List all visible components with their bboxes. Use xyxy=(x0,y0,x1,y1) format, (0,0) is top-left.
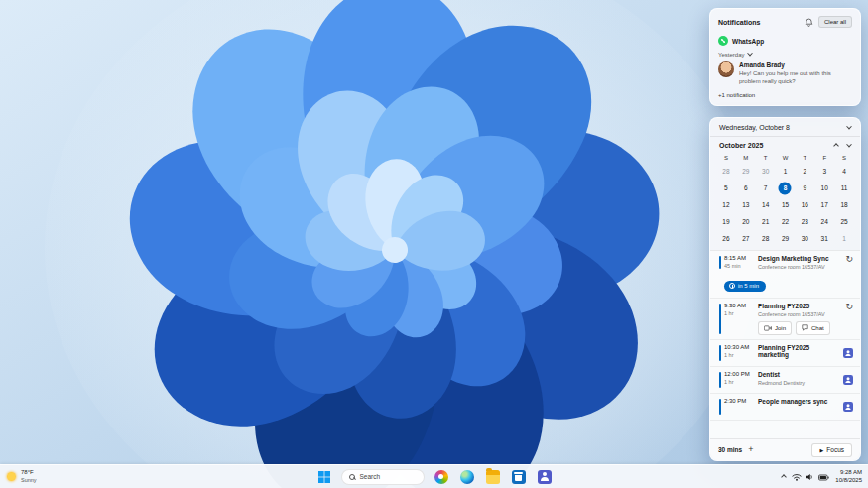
agenda-event[interactable]: 9:30 AM 1 hr Planning FY2025 Conference … xyxy=(710,299,860,340)
notification-app-group[interactable]: WhatsApp xyxy=(718,36,852,46)
calendar-day[interactable]: 30 xyxy=(795,230,814,247)
agenda-event[interactable]: 8:15 AM 45 min Design Marketing Sync Con… xyxy=(710,251,860,299)
file-explorer-app-icon[interactable] xyxy=(484,468,502,486)
taskbar-search[interactable]: Search xyxy=(341,469,425,485)
calendar-day[interactable]: 22 xyxy=(776,213,796,230)
sync-icon[interactable]: ↻ xyxy=(845,255,853,264)
notifications-title: Notifications xyxy=(718,19,760,26)
day-of-week-label: W xyxy=(776,152,796,163)
photos-app-icon[interactable] xyxy=(433,468,450,486)
sync-icon[interactable]: ↻ xyxy=(845,303,853,311)
chevron-down-icon xyxy=(846,123,852,129)
agenda-list: 8:15 AM 45 min Design Marketing Sync Con… xyxy=(710,250,860,438)
clock-date: 10/8/2025 xyxy=(835,477,862,485)
focus-button[interactable]: ▶ Focus xyxy=(811,443,852,457)
teams-icon[interactable] xyxy=(843,398,853,416)
starts-in-badge[interactable]: in 5 min xyxy=(724,281,766,292)
event-location: Conference room 16537/AV xyxy=(758,311,838,317)
calendar-day[interactable]: 20 xyxy=(736,213,756,230)
next-month-button[interactable] xyxy=(847,144,851,148)
calendar-day[interactable]: 28 xyxy=(716,163,736,180)
calendar-day[interactable]: 18 xyxy=(834,196,854,213)
quick-settings-button[interactable] xyxy=(792,469,829,484)
system-tray: 9:28 AM 10/8/2025 xyxy=(782,469,862,485)
chat-button[interactable]: Chat xyxy=(796,321,830,335)
day-of-week-label: T xyxy=(756,152,776,163)
calendar-day[interactable]: 28 xyxy=(756,230,776,247)
notification-group-label[interactable]: Yesterday xyxy=(718,52,852,58)
calendar-day[interactable]: 31 xyxy=(814,230,834,247)
taskbar-center: Search xyxy=(315,468,554,486)
calendar-day[interactable]: 4 xyxy=(834,163,854,180)
agenda-event[interactable]: 12:00 PM 1 hr Dentist Redmond Dentistry xyxy=(710,367,860,394)
notification-message: Hey! Can you help me out with this probl… xyxy=(739,69,852,86)
calendar-day[interactable]: 9 xyxy=(795,180,814,196)
focus-duration-label[interactable]: 30 mins xyxy=(718,446,742,453)
teams-app-icon[interactable] xyxy=(536,468,554,486)
more-notifications-link[interactable]: +1 notification xyxy=(718,92,852,98)
weather-sun-icon xyxy=(7,472,16,481)
calendar-day[interactable]: 10 xyxy=(814,180,834,196)
weather-widget[interactable]: 78°F Sunny xyxy=(7,469,37,483)
calendar-day[interactable]: 25 xyxy=(834,213,854,230)
calendar-day[interactable]: 3 xyxy=(814,163,834,180)
clear-all-button[interactable]: Clear all xyxy=(818,16,852,28)
search-placeholder: Search xyxy=(360,473,381,480)
calendar-day[interactable]: 19 xyxy=(716,213,736,230)
calendar-day[interactable]: 7 xyxy=(756,180,776,196)
calendar-day[interactable]: 6 xyxy=(736,180,756,196)
camera-icon xyxy=(764,325,772,332)
calendar-flyout: Wednesday, October 8 October 2025 S M T … xyxy=(709,117,861,461)
calendar-day[interactable]: 26 xyxy=(716,230,736,247)
calendar-day[interactable]: 13 xyxy=(736,196,756,213)
calendar-day[interactable]: 14 xyxy=(756,196,776,213)
calendar-day[interactable]: 1 xyxy=(834,230,854,247)
edge-app-icon[interactable] xyxy=(458,468,476,486)
agenda-event[interactable]: 10:30 AM 1 hr Planning FY2025 marketing xyxy=(710,340,860,367)
calendar-day[interactable]: 17 xyxy=(814,196,834,213)
calendar-day[interactable]: 8 xyxy=(776,180,796,196)
taskbar-clock[interactable]: 9:28 AM 10/8/2025 xyxy=(835,469,862,485)
event-location: Conference room 16537/AV xyxy=(758,264,838,270)
calendar-day[interactable]: 11 xyxy=(834,180,854,196)
calendar-day[interactable]: 27 xyxy=(736,230,756,247)
event-title: Planning FY2025 marketing xyxy=(758,344,836,358)
store-app-icon[interactable] xyxy=(510,468,528,486)
calendar-day[interactable]: 29 xyxy=(776,230,796,247)
calendar-day[interactable]: 23 xyxy=(795,213,814,230)
join-button[interactable]: Join xyxy=(758,321,792,335)
calendar-day[interactable]: 5 xyxy=(716,180,736,196)
start-button[interactable] xyxy=(315,468,333,486)
increase-duration-button[interactable]: + xyxy=(748,445,753,454)
clock-icon xyxy=(729,283,735,289)
notification-center: Notifications Clear all WhatsApp Yesterd… xyxy=(709,8,861,106)
calendar-day[interactable]: 21 xyxy=(756,213,776,230)
badge-row: in 5 min xyxy=(724,275,853,293)
notification-item[interactable]: Amanda Brady Hey! Can you help me out wi… xyxy=(718,61,852,86)
calendar-day[interactable]: 2 xyxy=(795,163,814,180)
show-hidden-icons-button[interactable] xyxy=(782,475,786,479)
calendar-day[interactable]: 30 xyxy=(756,163,776,180)
calendar-day[interactable]: 15 xyxy=(776,196,796,213)
day-of-week-label: M xyxy=(736,152,756,163)
calendar-day[interactable]: 16 xyxy=(795,196,814,213)
do-not-disturb-bell-icon[interactable] xyxy=(805,18,813,27)
collapse-calendar-button[interactable] xyxy=(847,126,851,130)
calendar-day[interactable]: 12 xyxy=(716,196,736,213)
calendar-day[interactable]: 24 xyxy=(814,213,834,230)
whatsapp-icon xyxy=(718,36,728,46)
calendar-day[interactable]: 29 xyxy=(736,163,756,180)
calendar-day[interactable]: 1 xyxy=(776,163,796,180)
prev-month-button[interactable] xyxy=(834,144,838,148)
event-duration: 1 hr xyxy=(724,310,753,316)
day-of-week-label: T xyxy=(795,152,814,163)
event-title: People managers sync xyxy=(758,398,836,405)
search-icon xyxy=(349,474,355,480)
wifi-icon xyxy=(792,469,802,484)
chevron-down-icon xyxy=(748,51,754,57)
focus-footer: 30 mins + ▶ Focus xyxy=(710,438,860,460)
calendar-month-row: October 2025 xyxy=(710,137,860,150)
agenda-event[interactable]: 2:30 PM People managers sync xyxy=(710,394,860,421)
teams-icon[interactable] xyxy=(843,344,853,362)
teams-icon[interactable] xyxy=(843,371,853,389)
